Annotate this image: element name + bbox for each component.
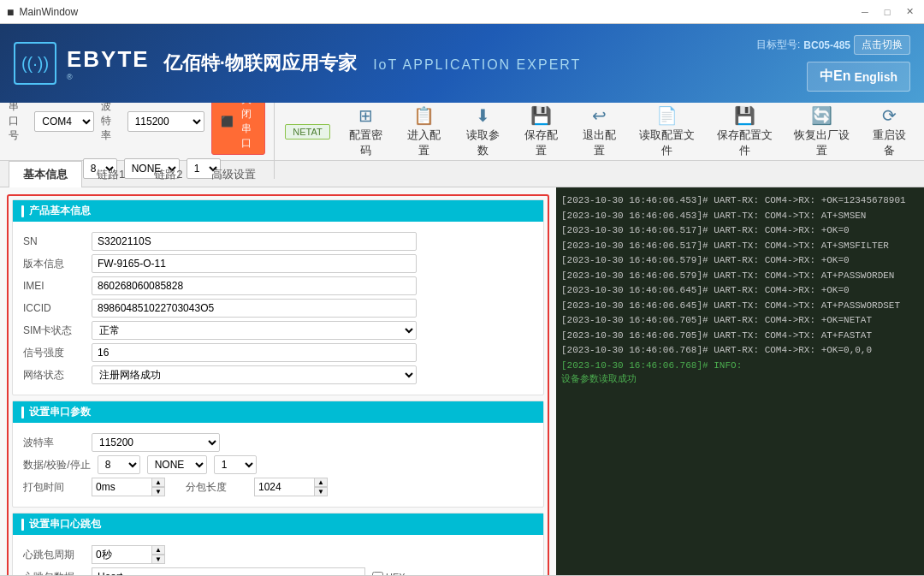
pack-time-up[interactable]: ▲ — [151, 478, 165, 487]
iccid-label: ICCID — [23, 302, 85, 314]
baud-rate-select[interactable]: 115200 — [92, 433, 220, 452]
language-button[interactable]: 中En English — [807, 62, 910, 92]
factory-reset-icon: 🔄 — [811, 105, 832, 126]
sim-status-select[interactable]: 正常 — [92, 321, 417, 340]
log-panel: [2023-10-30 16:46:06.453]# UART-RX: COM4… — [556, 187, 924, 575]
hb-period-input[interactable] — [92, 545, 151, 564]
exit-config-icon: ↩ — [592, 105, 607, 126]
imei-row: IMEI — [23, 276, 533, 295]
heartbeat-title: 设置串口心跳包 — [29, 517, 101, 531]
reboot-button[interactable]: ⟳ 重启设备 — [864, 102, 915, 162]
read-params-button[interactable]: ⬇ 读取参数 — [457, 102, 508, 162]
log-line: [2023-10-30 16:46:06.579]# UART-TX: COM4… — [561, 269, 919, 283]
sn-input[interactable] — [92, 232, 417, 251]
data-bits-row: 数据/校验/停止 8 NONE 1 — [23, 455, 533, 474]
maximize-button[interactable]: □ — [880, 4, 895, 20]
save-config-file-label: 保存配置文件 — [716, 128, 773, 158]
close-button[interactable]: ✕ — [902, 4, 917, 20]
netat-badge: NETAT — [285, 124, 329, 140]
log-line: [2023-10-30 16:46:06.705]# UART-TX: COM4… — [561, 329, 919, 343]
save-config-file-icon: 💾 — [734, 105, 755, 126]
content-border: 产品基本信息 SN 版本信息 IMEI ICCID — [7, 194, 549, 575]
pack-len-up[interactable]: ▲ — [314, 478, 328, 487]
hb-period-down[interactable]: ▼ — [151, 555, 165, 564]
pack-len-input[interactable] — [254, 478, 314, 496]
stop-bits-form-select[interactable]: 1 — [214, 455, 257, 474]
pack-time-down[interactable]: ▼ — [151, 487, 165, 496]
tab-bar: 基本信息 链路1 链路2 高级设置 — [0, 161, 924, 187]
header-line2 — [21, 407, 24, 419]
left-panel: 产品基本信息 SN 版本信息 IMEI ICCID — [0, 187, 556, 575]
serial-params-title: 设置串口参数 — [29, 405, 91, 419]
registered-mark: ® — [67, 73, 150, 81]
iccid-input[interactable] — [92, 299, 417, 318]
app-title: MainWindow — [19, 6, 78, 18]
header-right: 目标型号: BC05-485 点击切换 中En English — [756, 24, 910, 103]
header-line3 — [21, 519, 24, 531]
title-chinese: 亿佰特·物联网应用专家 — [163, 52, 357, 74]
minimize-button[interactable]: ─ — [857, 4, 873, 20]
config-pwd-icon: ⊞ — [358, 105, 373, 126]
toolbar: 串口号 COM4 波特率 115200 ⬛ 关闭串口 数据/校验/停止 8 NO… — [0, 103, 924, 161]
iccid-row: ICCID — [23, 299, 533, 318]
signal-input[interactable] — [92, 343, 417, 362]
exit-config-button[interactable]: ↩ 退出配置 — [574, 102, 625, 162]
factory-reset-button[interactable]: 🔄 恢复出厂设置 — [786, 102, 856, 162]
header-logo: ((·)) EBYTE ® 亿佰特·物联网应用专家 IoT APPLICATIO… — [14, 42, 581, 85]
tab-link1[interactable]: 链路1 — [82, 161, 139, 187]
baud-select[interactable]: 115200 — [127, 111, 204, 132]
read-config-file-button[interactable]: 📄 读取配置文件 — [632, 102, 702, 162]
log-info-line: [2023-10-30 16:46:06.768]# INFO:设备参数读取成功 — [561, 359, 919, 387]
tab-advanced[interactable]: 高级设置 — [197, 161, 270, 187]
net-status-label: 网络状态 — [23, 368, 85, 383]
hex-label: HEX — [386, 572, 406, 575]
imei-input[interactable] — [92, 276, 417, 295]
net-status-select[interactable]: 注册网络成功 — [92, 365, 417, 384]
pack-len-down[interactable]: ▼ — [314, 487, 328, 496]
pack-time-input[interactable] — [92, 478, 151, 496]
port-select[interactable]: COM4 — [34, 111, 94, 132]
signal-row: 信号强度 — [23, 343, 533, 362]
pack-row: 打包时间 ▲ ▼ 分包长度 ▲ ▼ — [23, 478, 533, 496]
heartbeat-header: 设置串口心跳包 — [13, 514, 543, 535]
enter-config-button[interactable]: 📋 进入配置 — [399, 102, 450, 162]
hex-checkbox-label: HEX — [372, 572, 406, 576]
hb-data-label: 心跳包数据 — [23, 570, 85, 576]
exit-config-label: 退出配置 — [581, 128, 619, 158]
tab-link2[interactable]: 链路2 — [139, 161, 197, 187]
save-config-icon: 💾 — [530, 105, 552, 126]
hb-period-up[interactable]: ▲ — [151, 545, 165, 555]
data-bits-label: 数据/校验/停止 — [23, 458, 91, 472]
pack-len-spin-btns: ▲ ▼ — [314, 478, 328, 496]
signal-label: 信号强度 — [23, 346, 85, 360]
config-pwd-label: 配置密码 — [347, 128, 385, 158]
ebyte-label: EBYTE — [67, 46, 150, 73]
hex-checkbox[interactable] — [372, 572, 383, 576]
main-area: 产品基本信息 SN 版本信息 IMEI ICCID — [0, 187, 924, 575]
hb-period-label: 心跳包周期 — [23, 548, 85, 562]
enter-config-icon: 📋 — [413, 105, 435, 126]
save-config-label: 保存配置 — [522, 128, 560, 158]
product-info-title: 产品基本信息 — [29, 204, 91, 218]
header: ((·)) EBYTE ® 亿佰特·物联网应用专家 IoT APPLICATIO… — [0, 24, 924, 103]
baud-rate-label: 波特率 — [23, 436, 85, 450]
factory-reset-label: 恢复出厂设置 — [793, 128, 850, 158]
version-input[interactable] — [92, 254, 417, 273]
save-config-file-button[interactable]: 💾 保存配置文件 — [709, 102, 779, 162]
title-bar-left: ■ MainWindow — [7, 5, 78, 19]
config-pwd-button[interactable]: ⊞ 配置密码 — [341, 102, 392, 162]
read-config-file-icon: 📄 — [656, 105, 678, 126]
title-bar-controls: ─ □ ✕ — [857, 4, 917, 20]
signal-icon: ((·)) — [21, 54, 49, 74]
hb-data-input[interactable] — [92, 567, 365, 575]
product-info-body: SN 版本信息 IMEI ICCID SIM卡状态 — [13, 222, 543, 395]
tab-basic-info[interactable]: 基本信息 — [9, 161, 82, 187]
switch-model-button[interactable]: 点击切换 — [854, 35, 910, 55]
save-config-button[interactable]: 💾 保存配置 — [515, 102, 566, 162]
parity-form-select[interactable]: NONE — [147, 455, 207, 474]
sim-status-row: SIM卡状态 正常 — [23, 321, 533, 340]
pack-time-spin: ▲ ▼ — [92, 478, 165, 496]
data-bits-form-select[interactable]: 8 — [98, 455, 140, 474]
log-line: [2023-10-30 16:46:06.453]# UART-RX: COM4… — [561, 193, 919, 208]
lang-icon: 中En — [820, 68, 850, 86]
